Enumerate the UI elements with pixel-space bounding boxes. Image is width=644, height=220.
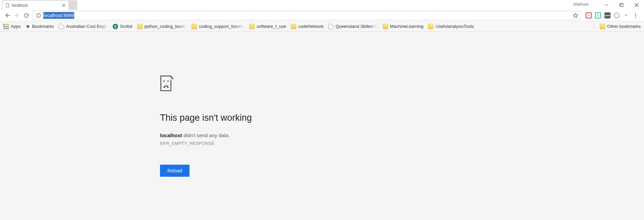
bookmark-item[interactable]: ★ Bookmarks xyxy=(25,24,54,29)
address-bar-url: localhost:9999 xyxy=(43,12,74,19)
bookmark-label: codeNetwork xyxy=(298,24,324,29)
page-icon xyxy=(59,24,64,29)
bookmark-item[interactable]: Queensland Skilled O xyxy=(328,24,378,29)
folder-icon xyxy=(600,24,605,29)
bookmark-folder[interactable]: codeNetwork xyxy=(291,24,324,29)
error-host: localhost xyxy=(160,132,182,138)
sad-page-icon xyxy=(160,75,184,99)
bookmarks-bar: Apps ★ Bookmarks Australian Cost Engin S… xyxy=(0,21,644,32)
address-bar[interactable]: localhost:9999 xyxy=(33,11,580,20)
svg-point-3 xyxy=(38,14,39,15)
page-icon xyxy=(328,24,334,29)
folder-icon xyxy=(428,24,433,29)
bookmark-label: UsefulanalysisTools xyxy=(435,24,474,29)
folder-icon xyxy=(192,24,197,29)
apps-icon xyxy=(3,24,9,29)
bookmark-label: python_coding_books xyxy=(145,24,187,29)
svg-rect-10 xyxy=(167,80,169,82)
file-icon xyxy=(5,3,10,8)
folder-icon xyxy=(249,24,255,29)
extension-grammarly-icon[interactable] xyxy=(595,12,601,18)
bookmark-label: Scribd xyxy=(120,24,132,29)
maximize-button[interactable] xyxy=(614,0,629,10)
bookmark-label: Australian Cost Engin xyxy=(66,24,108,29)
reload-button[interactable] xyxy=(21,11,31,20)
bookmark-folder[interactable]: python_coding_books xyxy=(137,24,187,29)
bookmark-item[interactable]: S Scribd xyxy=(113,24,132,29)
bookmark-star-icon[interactable] xyxy=(573,12,579,18)
svg-rect-1 xyxy=(621,4,623,7)
profile-name[interactable]: Matthew xyxy=(574,2,589,7)
error-page: This page isn't working localhost didn't… xyxy=(160,32,368,177)
tab-title: localhost xyxy=(12,3,60,8)
forward-button[interactable] xyxy=(12,11,21,20)
apps-label: Apps xyxy=(11,24,21,29)
bookmark-folder[interactable]: UsefulanalysisTools xyxy=(428,24,474,29)
bookmark-label: coding_support_forums xyxy=(199,24,245,29)
browser-tab[interactable]: localhost xyxy=(2,0,69,10)
extension-ublock-icon[interactable] xyxy=(586,12,592,18)
site-info-icon[interactable] xyxy=(36,13,41,18)
error-code: ERR_EMPTY_RESPONSE xyxy=(160,141,368,146)
minimize-button[interactable] xyxy=(599,0,614,10)
extension-off-icon[interactable]: OFF xyxy=(604,12,610,18)
bookmark-folder[interactable]: coding_support_forums xyxy=(192,24,245,29)
bookmark-folder[interactable]: MachineLearning xyxy=(383,24,424,29)
page-content: This page isn't working localhost didn't… xyxy=(0,32,644,220)
chrome-menu-icon[interactable] xyxy=(633,12,639,18)
overflow-icon[interactable] xyxy=(623,12,629,18)
folder-icon xyxy=(291,24,296,29)
bookmark-item[interactable]: Australian Cost Engin xyxy=(59,24,108,29)
bookmark-folder[interactable]: software_I_use xyxy=(249,24,286,29)
other-bookmarks-label: Other bookmarks xyxy=(607,24,641,29)
error-title: This page isn't working xyxy=(160,113,368,123)
window-controls xyxy=(599,0,644,10)
toolbar: localhost:9999 OFF xyxy=(0,10,644,21)
tab-strip: localhost Matthew xyxy=(0,0,644,10)
star-icon: ★ xyxy=(25,24,30,29)
apps-button[interactable]: Apps xyxy=(3,24,21,29)
close-tab-icon[interactable] xyxy=(62,4,65,7)
svg-point-6 xyxy=(635,17,636,18)
scribd-icon: S xyxy=(113,24,118,29)
folder-icon xyxy=(137,24,143,29)
svg-point-5 xyxy=(635,15,636,16)
svg-rect-7 xyxy=(161,76,171,91)
error-message-suffix: didn't send any data. xyxy=(182,132,230,138)
separator xyxy=(594,23,594,30)
back-button[interactable] xyxy=(3,11,12,20)
other-bookmarks-button[interactable]: Other bookmarks xyxy=(600,24,641,29)
bookmark-label: Bookmarks xyxy=(32,24,54,29)
error-message: localhost didn't send any data. xyxy=(160,132,368,138)
reload-page-button[interactable]: Reload xyxy=(160,165,190,177)
extension-circle-icon[interactable] xyxy=(614,12,620,18)
svg-point-4 xyxy=(635,13,636,14)
folder-icon xyxy=(383,24,388,29)
extension-icons: OFF xyxy=(586,12,639,18)
bookmark-label: software_I_use xyxy=(257,24,286,29)
bookmark-label: Queensland Skilled O xyxy=(336,24,378,29)
close-window-button[interactable] xyxy=(629,0,644,10)
bookmark-label: MachineLearning xyxy=(390,24,424,29)
svg-rect-9 xyxy=(163,80,165,82)
